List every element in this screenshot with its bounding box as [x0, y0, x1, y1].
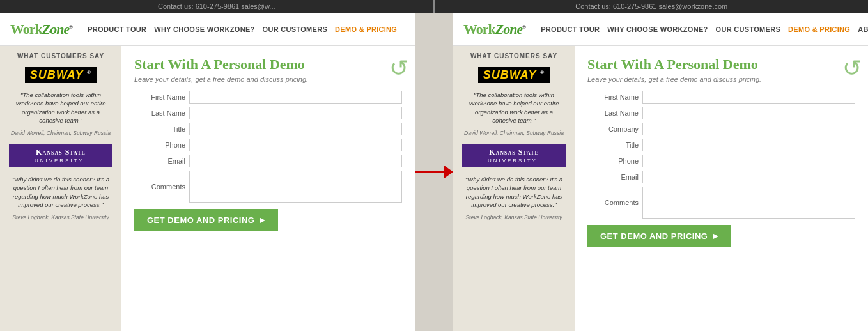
demo-title-left: Start With A Personal Demo: [134, 56, 402, 73]
demo-title-right: Start With A Personal Demo: [587, 56, 855, 73]
label-firstname-right: First Name: [587, 93, 639, 101]
kansas-attribution-right: Steve Logback, Kansas State University: [462, 214, 566, 220]
nav-demo-pricing-left[interactable]: DEMO & PRICING: [335, 26, 397, 33]
subway-quote-right: "The collaboration tools within WorkZone…: [462, 91, 566, 125]
demo-subtitle-right: Leave your details, get a free demo and …: [587, 75, 855, 83]
logo-right[interactable]: WorkZone®: [463, 21, 525, 38]
label-company-right: Company: [587, 125, 639, 133]
testimonial-panel-left: WHAT CUSTOMERS SAY SUBWAY "The collabora…: [0, 46, 121, 331]
demo-panel-left: Start With A Personal Demo ↺ Leave your …: [121, 46, 415, 331]
testimonial-header-left: WHAT CUSTOMERS SAY: [9, 52, 112, 59]
input-title-right[interactable]: [642, 139, 855, 151]
kansas-quote-left: "Why didn't we do this sooner? It's a qu…: [9, 175, 112, 209]
input-lastname-left[interactable]: [189, 107, 402, 119]
contact-bar-right: Contact us: 610-275-9861 sales@workzone.…: [435, 0, 869, 13]
page-content-right: WHAT CUSTOMERS SAY SUBWAY "The collabora…: [453, 46, 868, 331]
nav-why-choose-left[interactable]: WHY CHOOSE WORKZONE?: [154, 26, 254, 33]
subway-logo-right: SUBWAY: [462, 67, 566, 83]
get-demo-button-right[interactable]: GET DEMO AND PRICING: [587, 225, 731, 247]
label-comments-right: Comments: [587, 199, 639, 206]
subway-attribution-left: David Worrell, Chairman, Subway Russia: [9, 130, 112, 136]
input-title-left[interactable]: [189, 123, 402, 135]
label-email-left: Email: [134, 157, 185, 165]
label-phone-left: Phone: [134, 141, 185, 149]
input-firstname-right[interactable]: [642, 91, 855, 104]
page-content-left: WHAT CUSTOMERS SAY SUBWAY "The collabora…: [0, 46, 415, 331]
logo-left[interactable]: WorkZone®: [10, 21, 72, 38]
panel-divider: [415, 13, 453, 331]
label-email-right: Email: [587, 173, 639, 181]
navbar-left: WorkZone® PRODUCT TOUR WHY CHOOSE WORKZO…: [0, 13, 415, 46]
input-phone-right[interactable]: [642, 155, 855, 167]
label-phone-right: Phone: [587, 157, 639, 165]
kansas-attribution-left: Steve Logback, Kansas State University: [9, 214, 112, 220]
red-arrow: [415, 166, 453, 178]
demo-form-left: First Name Last Name Title Phone Email C…: [134, 91, 402, 203]
input-comments-right[interactable]: [642, 187, 855, 219]
nav-product-tour-right[interactable]: PRODUCT TOUR: [541, 26, 600, 33]
input-lastname-right[interactable]: [642, 107, 855, 119]
subway-attribution-right: David Worrell, Chairman, Subway Russia: [462, 130, 566, 136]
testimonial-header-right: WHAT CUSTOMERS SAY: [462, 52, 566, 59]
nav-left: PRODUCT TOUR WHY CHOOSE WORKZONE? OUR CU…: [88, 26, 397, 33]
kansas-logo-right: Kansas State UNIVERSITY.: [462, 144, 566, 167]
demo-panel-right: Start With A Personal Demo ↺ Leave your …: [575, 46, 868, 331]
label-title-right: Title: [587, 141, 639, 149]
nav-demo-pricing-right[interactable]: DEMO & PRICING: [788, 26, 850, 33]
demo-subtitle-left: Leave your details, get a free demo and …: [134, 75, 402, 83]
demo-arrow-right: ↺: [842, 55, 862, 82]
input-phone-left[interactable]: [189, 139, 402, 151]
get-demo-button-left[interactable]: GET DEMO AND PRICING: [134, 209, 278, 231]
panel-right: WorkZone® PRODUCT TOUR WHY CHOOSE WORKZO…: [453, 13, 868, 331]
red-arrow-head: [444, 166, 453, 178]
subway-quote-left: "The collaboration tools within WorkZone…: [9, 91, 112, 125]
nav-our-customers-right[interactable]: OUR CUSTOMERS: [716, 26, 780, 33]
label-lastname-right: Last Name: [587, 109, 639, 117]
demo-arrow-left: ↺: [389, 55, 408, 82]
label-comments-left: Comments: [134, 183, 185, 190]
contact-bar-left: Contact us: 610-275-9861 sales@w...: [0, 0, 433, 13]
label-lastname-left: Last Name: [134, 109, 185, 117]
demo-form-right: First Name Last Name Company Title Phone…: [587, 91, 855, 219]
panel-left: WorkZone® PRODUCT TOUR WHY CHOOSE WORKZO…: [0, 13, 415, 331]
input-company-right[interactable]: [642, 123, 855, 135]
input-email-right[interactable]: [642, 171, 855, 183]
input-comments-left[interactable]: [189, 171, 402, 203]
kansas-quote-right: "Why didn't we do this sooner? It's a qu…: [462, 175, 566, 209]
kansas-logo-left: Kansas State UNIVERSITY.: [9, 144, 112, 167]
input-email-left[interactable]: [189, 155, 402, 167]
label-firstname-left: First Name: [134, 93, 185, 101]
nav-product-tour-left[interactable]: PRODUCT TOUR: [88, 26, 146, 33]
red-arrow-line: [415, 171, 444, 173]
navbar-right: WorkZone® PRODUCT TOUR WHY CHOOSE WORKZO…: [453, 13, 868, 46]
input-firstname-left[interactable]: [189, 91, 402, 104]
nav-why-choose-right[interactable]: WHY CHOOSE WORKZONE?: [607, 26, 708, 33]
testimonial-panel-right: WHAT CUSTOMERS SAY SUBWAY "The collabora…: [453, 46, 575, 331]
label-title-left: Title: [134, 125, 185, 133]
subway-logo-left: SUBWAY: [9, 67, 112, 83]
nav-right: PRODUCT TOUR WHY CHOOSE WORKZONE? OUR CU…: [541, 26, 868, 33]
nav-our-customers-left[interactable]: OUR CUSTOMERS: [263, 26, 327, 33]
nav-about-us-right[interactable]: ABOUT US: [858, 26, 868, 33]
